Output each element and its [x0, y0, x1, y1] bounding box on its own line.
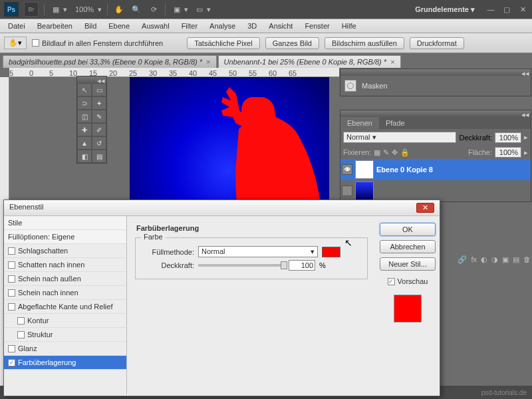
layer-row[interactable] [340, 180, 531, 201]
sidebar-item-texture[interactable]: Struktur [4, 328, 126, 342]
scroll-all-checkbox[interactable]: Bildlauf in allen Fenstern durchführen [32, 39, 163, 47]
sidebar-item-satin[interactable]: Glanz [4, 342, 126, 356]
menu-ebene[interactable]: Ebene [103, 20, 135, 32]
blend-mode-label: Füllmethode: [141, 248, 194, 256]
fill-input[interactable]: 100% [495, 147, 521, 158]
opacity-input[interactable]: 100 [289, 260, 315, 271]
layer-row[interactable]: 👁 Ebene 0 Kopie 8 [340, 159, 531, 180]
section-heading: Farbüberlagerung [136, 224, 369, 232]
visibility-toggle-icon[interactable] [342, 186, 352, 196]
eyedropper-tool[interactable]: ✎ [92, 110, 106, 123]
layer-name[interactable]: Ebene 0 Kopie 8 [376, 166, 433, 174]
cancel-button[interactable]: Abbrechen [380, 240, 436, 253]
adjustment-icon[interactable]: ◑ [491, 255, 498, 264]
photoshop-icon: Ps [4, 2, 19, 17]
hand-tool-icon[interactable]: ✋ [113, 5, 125, 14]
current-tool-preset[interactable]: ✋▾ [4, 37, 27, 49]
eraser-tool[interactable]: ◧ [77, 150, 92, 163]
zoom-dropdown[interactable]: 100% [72, 4, 102, 15]
menu-bild[interactable]: Bild [79, 20, 102, 32]
menu-auswahl[interactable]: Auswahl [136, 20, 175, 32]
sidebar-item-fulloptions[interactable]: Füllöptionen: Eigene [4, 230, 126, 244]
fx-icon[interactable]: fx [471, 255, 477, 264]
crop-tool[interactable]: ◫ [77, 110, 92, 123]
actual-pixels-button[interactable]: Tatsächliche Pixel [187, 37, 259, 49]
sidebar-item-innershadow[interactable]: Schatten nach innen [4, 258, 126, 272]
menu-ansicht[interactable]: Ansicht [263, 20, 298, 32]
new-layer-icon[interactable]: ▤ [513, 255, 519, 264]
layer-thumbnail[interactable] [355, 160, 374, 179]
sidebar-item-contour[interactable]: Kontur [4, 314, 126, 328]
collapse-icon[interactable]: ◂◂ [521, 110, 529, 117]
brush-tool[interactable]: ✐ [92, 123, 106, 136]
stamp-tool[interactable]: ▲ [77, 136, 92, 150]
menu-fenster[interactable]: Fenster [299, 20, 334, 32]
workspace-switcher[interactable]: Grundelemente ▾ [410, 4, 480, 15]
marquee-tool[interactable]: ▭ [92, 83, 106, 96]
tab-pfade[interactable]: Pfade [379, 117, 412, 129]
style-list-sidebar: Stile Füllöptionen: Eigene Schlagschatte… [4, 216, 127, 394]
opacity-slider[interactable] [198, 264, 285, 267]
fill-screen-button[interactable]: Bildschirm ausfüllen [325, 37, 404, 49]
rotate-view-icon[interactable]: ⟳ [148, 5, 160, 14]
lock-transparency-icon[interactable]: ▦ [374, 148, 380, 157]
gradient-tool[interactable]: ▤ [92, 150, 106, 163]
lock-all-icon[interactable]: 🔒 [400, 148, 410, 157]
menu-filter[interactable]: Filter [176, 20, 203, 32]
menu-3d[interactable]: 3D [242, 20, 262, 32]
screen-mode-dropdown[interactable]: ▭ [194, 4, 211, 15]
close-tab-icon[interactable]: × [206, 58, 210, 66]
sidebar-item-bevel[interactable]: Abgeflachte Kante und Relief [4, 300, 126, 314]
collapse-icon[interactable]: ◂◂ [97, 76, 105, 83]
visibility-toggle-icon[interactable]: 👁 [342, 164, 352, 175]
tab-ebenen[interactable]: Ebenen [340, 117, 379, 129]
trash-icon[interactable]: 🗑 [523, 255, 531, 264]
link-layers-icon[interactable]: 🔗 [458, 255, 467, 264]
new-style-button[interactable]: Neuer Stil... [380, 257, 436, 271]
collapse-icon[interactable]: ◂◂ [521, 69, 529, 76]
mask-thumb-icon[interactable] [344, 80, 356, 92]
menu-datei[interactable]: Datei [3, 20, 31, 32]
lock-pixels-icon[interactable]: ✎ [383, 148, 389, 157]
document-tab[interactable]: Unbenannt-1 bei 25% (Ebene 0 Kopie 8, RG… [218, 55, 401, 68]
sidebar-item-coloroverlay[interactable]: ✓Farbüberlagerung [4, 356, 126, 370]
group-icon[interactable]: ▣ [502, 255, 509, 264]
dialog-close-button[interactable]: ✕ [416, 203, 434, 213]
ok-button[interactable]: OK [380, 223, 436, 236]
layer-thumbnail[interactable] [355, 182, 374, 200]
minimize-icon[interactable]: — [485, 5, 496, 13]
sidebar-item-innerglow[interactable]: Schein nach innen [4, 286, 126, 300]
healing-tool[interactable]: ✚ [77, 123, 92, 136]
document-tab[interactable]: badgirlsilhouette.psd bei 33,3% (Ebene 0… [3, 55, 217, 68]
menu-bearbeiten[interactable]: Bearbeiten [32, 20, 78, 32]
sidebar-item-outerglow[interactable]: Schein nach außen [4, 272, 126, 286]
color-swatch[interactable] [322, 247, 340, 257]
view-extras-dropdown[interactable]: ▦ [50, 4, 67, 15]
print-size-button[interactable]: Druckformat [410, 37, 464, 49]
menu-analyse[interactable]: Analyse [204, 20, 241, 32]
opacity-input[interactable]: 100% [495, 132, 521, 143]
close-tab-icon[interactable]: × [390, 58, 394, 66]
lasso-tool[interactable]: ⊃ [77, 96, 92, 110]
arrange-docs-dropdown[interactable]: ▣ [171, 4, 188, 15]
zoom-tool-icon[interactable]: 🔍 [130, 5, 142, 14]
wand-tool[interactable]: ✦ [92, 96, 106, 110]
group-label: Farbe [141, 233, 166, 241]
blend-mode-dropdown[interactable]: Normal▾ [198, 246, 318, 257]
sidebar-item-stile[interactable]: Stile [4, 216, 126, 230]
menu-hilfe[interactable]: Hilfe [336, 20, 362, 32]
dialog-titlebar[interactable]: Ebenenstil ✕ [4, 200, 440, 216]
blend-mode-dropdown[interactable]: Normal ▾ [343, 132, 456, 143]
lock-position-icon[interactable]: ✥ [392, 148, 398, 157]
close-icon[interactable]: ✕ [517, 5, 528, 14]
fit-screen-button[interactable]: Ganzes Bild [265, 37, 319, 49]
maximize-icon[interactable]: ▢ [501, 5, 512, 14]
flyout-icon[interactable]: ▸ [524, 148, 528, 157]
mask-icon[interactable]: ◐ [481, 255, 487, 264]
preview-checkbox[interactable]: ✓Vorschau [380, 277, 436, 285]
bridge-icon[interactable]: Br [24, 2, 39, 17]
move-tool[interactable]: ↖ [77, 83, 92, 96]
flyout-icon[interactable]: ▸ [524, 133, 528, 142]
sidebar-item-dropshadow[interactable]: Schlagschatten [4, 244, 126, 258]
history-brush-tool[interactable]: ↺ [92, 136, 106, 150]
